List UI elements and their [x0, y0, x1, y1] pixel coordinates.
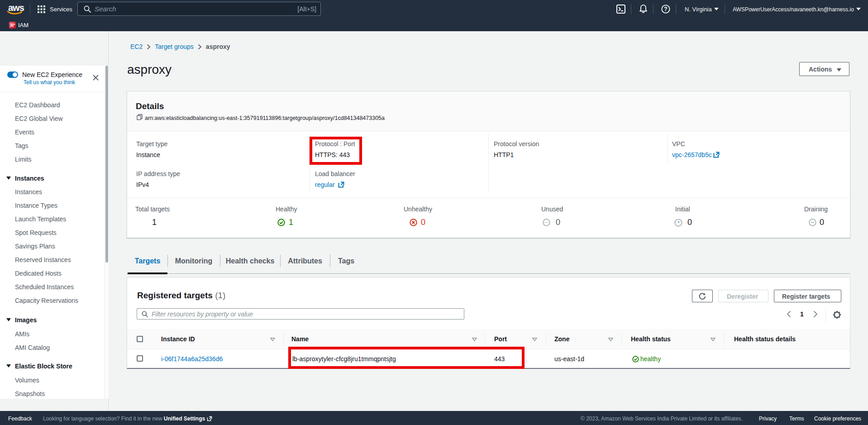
svg-text:?: ? — [664, 6, 667, 12]
